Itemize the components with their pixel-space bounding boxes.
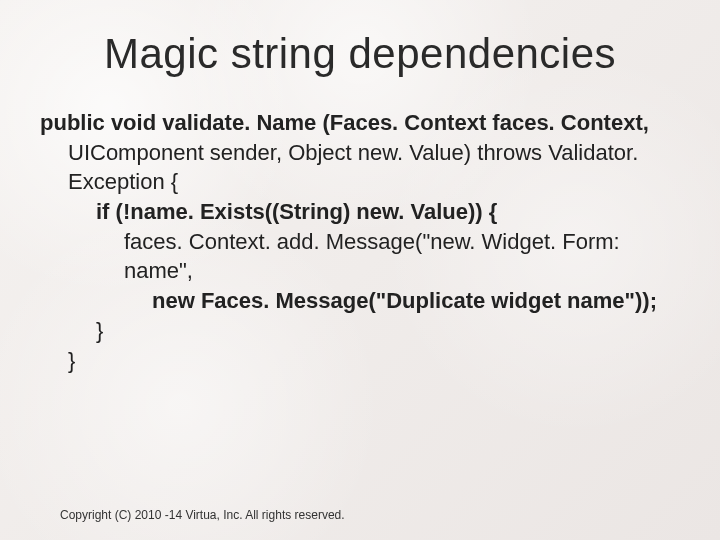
code-line-7: } [68,346,680,376]
slide-title: Magic string dependencies [0,0,720,78]
code-line-3: if (!name. Exists((String) new. Value)) … [96,197,680,227]
copyright-text: Copyright (C) 2010 -14 Virtua, Inc. All … [60,508,345,522]
code-line-4: faces. Context. add. Message("new. Widge… [124,227,680,286]
code-line-1: public void validate. Name (Faces. Conte… [40,108,680,138]
code-line-5: new Faces. Message("Duplicate widget nam… [152,286,680,316]
code-block: public void validate. Name (Faces. Conte… [40,108,680,375]
code-line-6: } [96,316,680,346]
code-line-2: UIComponent sender, Object new. Value) t… [68,138,680,197]
